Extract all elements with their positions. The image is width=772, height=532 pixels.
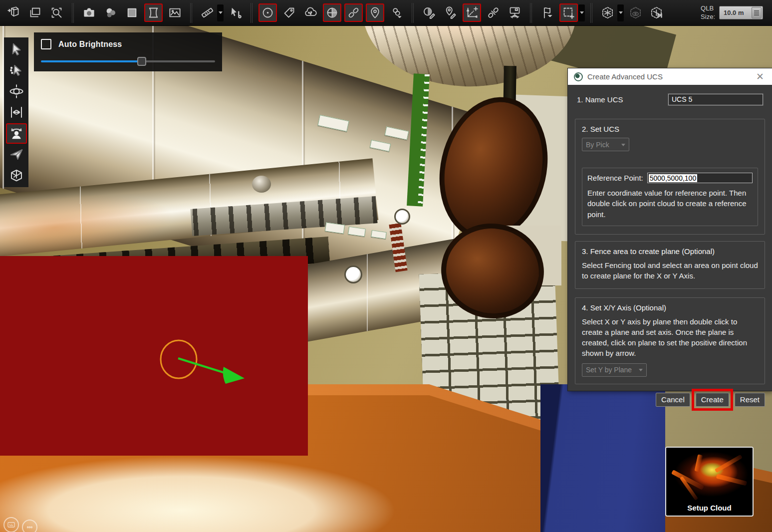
fence-area-help: Select Fencing tool and select an area o… <box>582 260 758 281</box>
panorama-view-icon[interactable] <box>144 3 163 22</box>
select-probe-icon[interactable] <box>226 3 245 22</box>
create-advanced-ucs-dialog: Create Advanced UCS ✕ 1. Name UCS UCS 5 … <box>568 68 772 391</box>
measure-link-icon[interactable] <box>344 3 363 22</box>
slider-track-filled[interactable] <box>41 60 141 62</box>
main-toolbar: QLB Size: 10.0 m <box>0 0 772 26</box>
setup-cloud-thumbnail[interactable]: Setup Cloud <box>665 447 754 517</box>
dialog-title: Create Advanced UCS <box>587 72 663 81</box>
toolbar-separator <box>251 3 253 23</box>
render-settings-icon[interactable] <box>101 3 120 22</box>
name-ucs-label: 1. Name UCS <box>577 95 623 104</box>
set-ucs-dropdown[interactable]: By Pick <box>582 138 629 151</box>
panoramic-look-tool[interactable] <box>6 123 27 144</box>
measure-dropdown-caret[interactable] <box>217 4 224 21</box>
ucs-name-input[interactable]: UCS 5 <box>668 94 763 105</box>
edit-placemark-icon[interactable] <box>441 3 460 22</box>
create-ucs-icon[interactable] <box>463 3 481 22</box>
placemark-icon[interactable] <box>366 3 384 22</box>
reset-button[interactable]: Reset <box>735 393 765 407</box>
view-cube-icon[interactable] <box>598 3 617 22</box>
set-axis-group: 4. Set X/Y Axis (Optional) Select X or Y… <box>575 297 765 384</box>
select-tool[interactable] <box>6 39 27 60</box>
pan-tool[interactable] <box>6 102 27 123</box>
minimap-toggle-button[interactable] <box>3 517 19 532</box>
pressure-gauge <box>344 266 362 283</box>
close-icon[interactable]: ✕ <box>754 71 766 82</box>
tag-icon[interactable] <box>280 3 298 22</box>
reference-point-value: 5000,5000,100 <box>649 174 697 182</box>
fence-select-icon[interactable] <box>559 3 578 22</box>
view-cube-dropdown-caret[interactable] <box>617 4 624 21</box>
direction-line <box>178 358 225 373</box>
solid-view-icon[interactable] <box>123 3 141 22</box>
orbit-tool[interactable] <box>6 81 27 102</box>
zoom-window-icon[interactable] <box>47 3 66 22</box>
set-axis-dropdown[interactable]: Set Y by Plane <box>582 363 647 377</box>
copy-view-icon[interactable] <box>26 3 44 22</box>
ucs-direction-overlay <box>0 256 308 456</box>
qlb-size-control: QLB Size: 10.0 m <box>701 4 769 21</box>
brightness-panel: Auto Brightness <box>34 32 222 71</box>
scan-point-icon[interactable] <box>258 3 277 22</box>
fence-plane[interactable] <box>0 256 308 456</box>
set-ucs-group: 2. Set UCS By Pick Reference Point: 5000… <box>575 119 765 235</box>
point-cloud-icon[interactable] <box>301 3 320 22</box>
reference-point-label: Reference Point: <box>587 174 643 182</box>
object-filter-icon[interactable] <box>387 3 406 22</box>
set-ucs-label: 2. Set UCS <box>582 125 758 133</box>
auto-brightness-checkbox[interactable] <box>41 39 51 49</box>
fly-tool[interactable] <box>6 144 27 165</box>
set-axis-label: 4. Set X/Y Axis (Optional) <box>582 303 758 312</box>
measure-icon[interactable] <box>198 3 217 22</box>
toolbar-separator <box>530 3 532 23</box>
set-axis-help: Select X or Y axis by plane then double … <box>582 316 758 359</box>
navigation-toolrail <box>4 37 28 187</box>
reference-point-help: Enter coordinate value for reference poi… <box>587 188 753 220</box>
view-visibility-icon[interactable] <box>626 3 645 22</box>
slider-track-empty[interactable] <box>141 60 215 62</box>
quick-measure-icon[interactable] <box>484 3 503 22</box>
brightness-slider[interactable] <box>41 57 215 65</box>
limit-box-icon[interactable] <box>323 3 341 22</box>
qlb-size-value: 10.0 m <box>720 9 752 16</box>
cancel-button[interactable]: Cancel <box>656 393 690 407</box>
axis-view-tool[interactable] <box>6 165 27 186</box>
more-options-button[interactable] <box>22 520 37 532</box>
view-model-icon[interactable] <box>648 3 666 22</box>
auto-brightness-label: Auto Brightness <box>58 40 122 49</box>
screenshot-icon[interactable] <box>80 3 98 22</box>
view-filter-icon[interactable] <box>538 3 556 22</box>
qlb-size-spinner[interactable] <box>752 7 762 18</box>
qlb-size-label: QLB Size: <box>701 4 715 21</box>
toolbar-separator <box>72 3 74 23</box>
import-model-icon[interactable] <box>4 3 23 22</box>
create-button-highlight: Create <box>692 389 733 411</box>
point-cloud-preview <box>666 448 753 501</box>
select-points-tool[interactable] <box>6 60 27 81</box>
toolbar-separator <box>590 3 592 23</box>
edit-limit-box-icon[interactable] <box>420 3 438 22</box>
pressure-gauge <box>394 209 410 225</box>
setup-cloud-label: Setup Cloud <box>666 504 753 512</box>
image-view-icon[interactable] <box>166 3 184 22</box>
slider-handle[interactable] <box>137 57 146 66</box>
fence-select-dropdown-caret[interactable] <box>578 4 585 21</box>
reference-point-panel: Reference Point: 5000,5000,100 Enter coo… <box>582 168 758 226</box>
valve-knob <box>252 176 271 193</box>
toolbar-separator <box>190 3 192 23</box>
create-button[interactable]: Create <box>696 393 729 407</box>
qlb-size-input[interactable]: 10.0 m <box>719 6 763 19</box>
toolbar-separator <box>412 3 414 23</box>
dialog-titlebar[interactable]: Create Advanced UCS ✕ <box>568 68 772 85</box>
fence-area-group: 3. Fence area to create plane (Optional)… <box>575 241 765 289</box>
screen-target-icon[interactable] <box>506 3 524 22</box>
reference-point-input[interactable]: 5000,5000,100 <box>647 173 753 183</box>
direction-arrowhead <box>223 367 245 384</box>
fence-area-label: 3. Fence area to create plane (Optional) <box>582 247 758 256</box>
app-logo-icon <box>574 72 583 81</box>
